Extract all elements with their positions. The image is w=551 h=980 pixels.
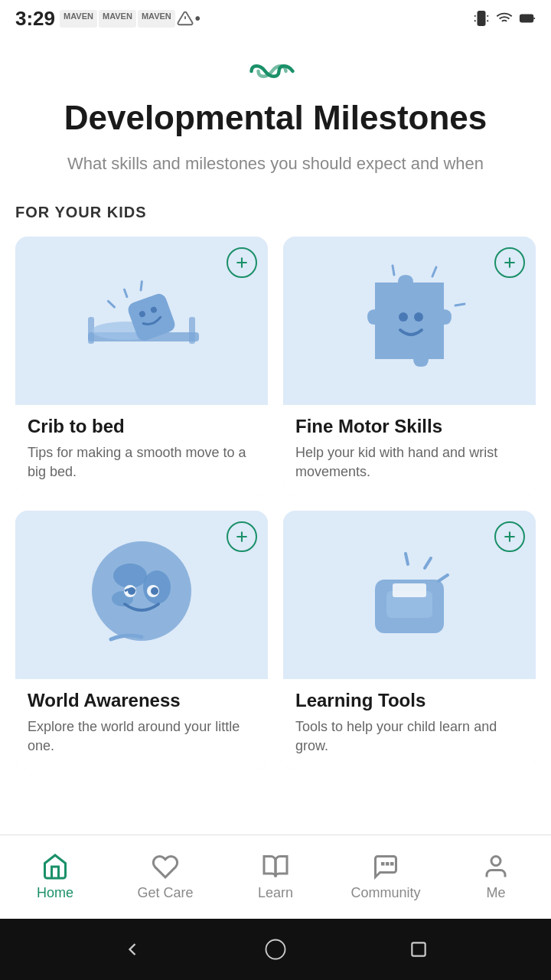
- svg-rect-46: [383, 864, 384, 865]
- svg-rect-5: [521, 15, 531, 21]
- svg-rect-47: [387, 864, 389, 865]
- card-title-learning: Learning Tools: [295, 690, 523, 711]
- main-content: Developmental Milestones What skills and…: [0, 37, 551, 835]
- svg-line-23: [432, 267, 436, 276]
- svg-point-49: [491, 857, 500, 866]
- card-learning[interactable]: Learning Tools Tools to help your child …: [283, 511, 536, 769]
- android-nav-bar: [0, 919, 551, 980]
- nav-label-learn: Learn: [258, 885, 293, 901]
- maven-icon-1: MAVEN: [60, 10, 97, 28]
- nav-item-me[interactable]: Me: [441, 853, 551, 901]
- maven-icons: MAVEN MAVEN MAVEN •: [60, 10, 201, 28]
- add-learning-button[interactable]: [494, 521, 525, 552]
- cards-grid: Crib to bed Tips for making a smooth mov…: [15, 237, 536, 770]
- android-home-button[interactable]: [264, 938, 287, 961]
- nav-item-get-care[interactable]: Get Care: [110, 853, 220, 901]
- card-crib-to-bed[interactable]: Crib to bed Tips for making a smooth mov…: [15, 237, 268, 495]
- svg-line-15: [108, 299, 114, 308]
- card-title-fine-motor: Fine Motor Skills: [295, 416, 523, 437]
- card-fine-motor[interactable]: Fine Motor Skills Help your kid with han…: [283, 237, 536, 495]
- maven-icon-3: MAVEN: [138, 10, 175, 28]
- puzzle-illustration: [341, 263, 478, 378]
- nav-label-community: Community: [350, 885, 420, 901]
- card-image-crib: [15, 237, 268, 405]
- get-care-icon: [152, 853, 179, 880]
- nav-item-home[interactable]: Home: [0, 853, 110, 901]
- me-icon: [482, 853, 510, 880]
- svg-line-24: [455, 304, 465, 305]
- card-image-printer: [283, 511, 536, 679]
- section-header: FOR YOUR KIDS: [15, 204, 536, 221]
- page-subtitle: What skills and milestones you should ex…: [15, 151, 536, 176]
- maven-icon-2: MAVEN: [99, 10, 136, 28]
- svg-rect-51: [412, 942, 425, 956]
- battery-icon: [519, 10, 536, 27]
- add-world-button[interactable]: [227, 521, 257, 552]
- bottom-nav: Home Get Care Learn Community Me: [0, 835, 551, 919]
- home-icon: [41, 853, 69, 880]
- nav-label-me: Me: [486, 885, 505, 901]
- dot-indicator: •: [195, 10, 201, 28]
- card-title-crib: Crib to bed: [28, 416, 256, 437]
- card-desc-fine-motor: Help your kid with hand and wrist moveme…: [295, 443, 523, 482]
- svg-line-40: [406, 554, 408, 564]
- svg-line-16: [125, 289, 127, 296]
- svg-point-27: [92, 541, 191, 641]
- app-logo: [241, 52, 310, 90]
- card-desc-world: Explore the world around your little one…: [28, 717, 256, 756]
- svg-line-22: [393, 266, 394, 275]
- time-display: 3:29: [15, 7, 55, 31]
- add-crib-button[interactable]: [227, 247, 257, 278]
- learn-icon: [262, 853, 289, 880]
- svg-point-50: [266, 940, 285, 959]
- android-recents-button[interactable]: [407, 938, 430, 961]
- status-bar: 3:29 MAVEN MAVEN MAVEN •: [0, 0, 551, 37]
- svg-point-34: [151, 587, 158, 595]
- svg-rect-2: [478, 11, 484, 25]
- card-world[interactable]: World Awareness Explore the world around…: [15, 511, 268, 769]
- globe-illustration: [80, 534, 203, 656]
- svg-line-41: [425, 558, 431, 568]
- printer-illustration: [348, 541, 471, 648]
- svg-point-28: [113, 564, 147, 588]
- nav-item-learn[interactable]: Learn: [220, 853, 331, 901]
- svg-line-42: [439, 575, 448, 581]
- card-body-fine-motor: Fine Motor Skills Help your kid with han…: [283, 405, 536, 495]
- status-icons: [473, 10, 536, 27]
- card-desc-learning: Tools to help your child learn and grow.: [295, 717, 523, 756]
- vibrate-icon: [473, 10, 490, 27]
- nav-item-community[interactable]: Community: [331, 853, 441, 901]
- nav-label-home: Home: [37, 885, 73, 901]
- nav-label-get-care: Get Care: [137, 885, 193, 901]
- card-body-learning: Learning Tools Tools to help your child …: [283, 679, 536, 769]
- card-body-world: World Awareness Explore the world around…: [15, 679, 268, 769]
- card-image-puzzle: [283, 237, 536, 405]
- card-body-crib: Crib to bed Tips for making a smooth mov…: [15, 405, 268, 495]
- svg-line-17: [139, 282, 145, 290]
- community-icon: [372, 853, 399, 880]
- card-desc-crib: Tips for making a smooth move to a big b…: [28, 443, 256, 482]
- svg-point-20: [399, 312, 408, 322]
- svg-rect-10: [189, 317, 195, 344]
- crib-illustration: [73, 263, 210, 378]
- add-fine-motor-button[interactable]: [494, 247, 525, 278]
- svg-point-21: [414, 312, 423, 322]
- logo-container: [15, 37, 536, 98]
- page-title: Developmental Milestones: [15, 98, 536, 139]
- card-image-globe: [15, 511, 268, 679]
- warning-icon: [177, 10, 194, 27]
- svg-rect-39: [393, 583, 426, 597]
- wifi-icon: [496, 10, 513, 27]
- android-back-button[interactable]: [121, 938, 144, 961]
- svg-rect-48: [392, 864, 393, 865]
- card-title-world: World Awareness: [28, 690, 256, 711]
